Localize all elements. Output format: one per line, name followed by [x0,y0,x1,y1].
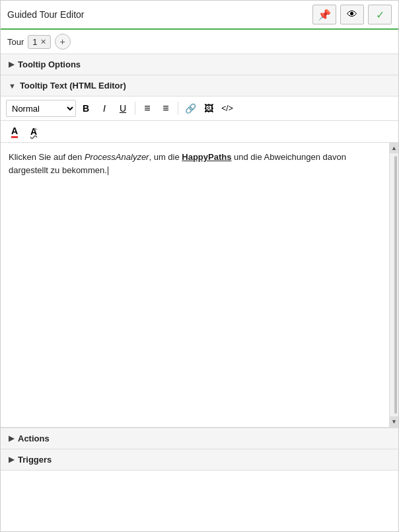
code-icon: </> [221,104,233,113]
scrollbar-track: ▲ ▼ [389,143,398,427]
tour-label: Tour [7,37,24,47]
scrollbar-down-button[interactable]: ▼ [390,416,398,427]
confirm-button[interactable]: ✓ [368,5,392,24]
toolbar-row1: Normal Heading 1 Heading 2 Heading 3 Pre… [1,96,398,121]
font-color-icon: A [11,126,18,138]
tooltip-text-arrow [9,82,16,90]
toolbar-row2: A A ✦ [1,121,398,143]
triggers-arrow [9,455,14,464]
italic-icon: I [103,103,106,114]
unordered-list-button[interactable]: ≡ [157,100,174,117]
pin-icon: 📌 [318,9,331,21]
bold-button[interactable]: B [77,100,94,117]
actions-header[interactable]: Actions [1,428,398,449]
tooltip-options-arrow [9,60,14,69]
add-tour-button[interactable]: + [55,34,71,50]
scrollbar-up-button[interactable]: ▲ [390,143,398,153]
bold-icon: B [83,103,89,114]
check-icon: ✓ [376,9,384,21]
bottom-sections: Actions Triggers [1,428,398,471]
format-select[interactable]: Normal Heading 1 Heading 2 Heading 3 Pre… [6,100,76,117]
tour-row: Tour 1 ✕ + [1,30,398,54]
editor-paragraph: Klicken Sie auf den ProcessAnalyzer, um … [9,151,381,176]
tooltip-text-header[interactable]: Tooltip Text (HTML Editor) [1,75,398,96]
editor-with-scroll: Klicken Sie auf den ProcessAnalyzer, um … [1,143,398,427]
tour-tab-number: 1 [32,37,37,47]
editor-title: Guided Tour Editor [7,9,84,20]
ordered-list-button[interactable]: ≡ [139,100,156,117]
ordered-list-icon: ≡ [144,102,150,114]
toolbar-divider-1 [135,102,135,115]
tour-tab-close-icon[interactable]: ✕ [40,38,46,46]
editor-container: Normal Heading 1 Heading 2 Heading 3 Pre… [1,96,398,428]
image-button[interactable]: 🖼 [200,100,217,117]
scrollbar-thumb[interactable] [394,156,397,414]
highlight-icon: A ✦ [30,126,37,137]
actions-label: Actions [18,434,50,443]
tooltip-options-label: Tooltip Options [18,59,81,69]
triggers-label: Triggers [18,455,52,465]
actions-arrow [9,434,14,443]
highlight-button[interactable]: A ✦ [25,123,42,140]
underline-button[interactable]: U [114,100,131,117]
link-icon: 🔗 [185,103,196,114]
tour-tab-1[interactable]: 1 ✕ [28,35,50,49]
image-icon: 🖼 [204,103,213,114]
text-area[interactable]: Klicken Sie auf den ProcessAnalyzer, um … [1,143,389,427]
preview-button[interactable]: 👁 [340,5,364,24]
toolbar-divider-2 [178,102,178,115]
triggers-header[interactable]: Triggers [1,449,398,471]
tooltip-options-header[interactable]: Tooltip Options [1,54,398,75]
pin-button[interactable]: 📌 [312,5,336,24]
plus-icon: + [59,36,65,47]
unordered-list-icon: ≡ [163,102,168,114]
editor-header: Guided Tour Editor 📌 👁 ✓ [1,1,398,30]
eye-icon: 👁 [347,9,357,20]
underline-icon: U [120,103,126,114]
italic-button[interactable]: I [96,100,113,117]
link-button[interactable]: 🔗 [182,100,199,117]
tooltip-text-label: Tooltip Text (HTML Editor) [20,81,126,91]
font-color-button[interactable]: A [6,123,23,140]
code-button[interactable]: </> [219,100,236,117]
header-buttons: 📌 👁 ✓ [312,5,392,24]
editor-content[interactable]: Klicken Sie auf den ProcessAnalyzer, um … [1,143,389,427]
